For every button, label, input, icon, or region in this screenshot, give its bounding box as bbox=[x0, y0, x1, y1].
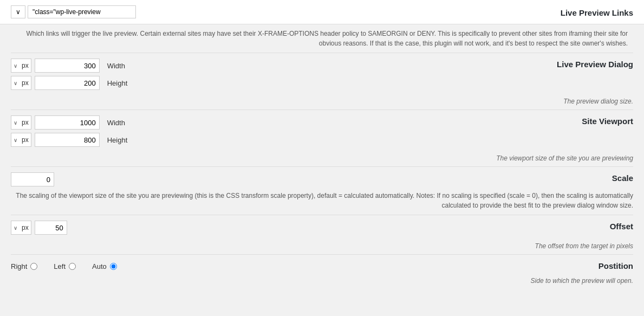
position-radio-area: Right Left Auto bbox=[11, 260, 117, 273]
offset-unit-label: px bbox=[19, 224, 31, 231]
dialog-height-row: ∨ px Height bbox=[11, 76, 127, 90]
code-dropdown-area: ∨ bbox=[11, 5, 136, 18]
position-auto-item: Auto bbox=[92, 262, 117, 270]
viewport-height-unit-label: px bbox=[19, 136, 31, 144]
offset-input-area: ∨ px bbox=[11, 221, 67, 238]
position-right-item: Right bbox=[11, 262, 37, 270]
position-auto-radio[interactable] bbox=[110, 263, 117, 270]
dialog-width-unit-dropdown[interactable]: ∨ px bbox=[11, 59, 31, 73]
site-viewport-title: Site Viewport bbox=[525, 115, 633, 126]
position-left-label: Left bbox=[54, 262, 66, 270]
position-radio-row: Right Left Auto bbox=[11, 260, 117, 273]
offset-unit-dropdown[interactable]: ∨ px bbox=[11, 221, 31, 235]
viewport-height-unit-dropdown[interactable]: ∨ px bbox=[11, 133, 31, 147]
viewport-width-arrow-icon: ∨ bbox=[11, 120, 19, 126]
viewport-height-input[interactable] bbox=[35, 133, 100, 147]
position-right-label: Right bbox=[11, 262, 27, 270]
offset-title: Offset bbox=[525, 221, 633, 231]
viewport-width-row: ∨ px Width bbox=[11, 115, 127, 130]
live-preview-dialog-section: ∨ px Width ∨ px Height Live Preview Dial… bbox=[0, 53, 644, 95]
position-section: Right Left Auto Postition bbox=[0, 255, 644, 275]
offset-description: The offset from the target in pixels bbox=[0, 240, 644, 254]
site-viewport-description: The viewport size of the site you are pr… bbox=[0, 152, 644, 166]
site-viewport-inputs: ∨ px Width ∨ px Height bbox=[11, 115, 127, 150]
live-preview-links-description: Which links will trigger the live previe… bbox=[11, 29, 633, 48]
dialog-width-label: Width bbox=[107, 62, 125, 70]
dialog-width-arrow-icon: ∨ bbox=[11, 63, 19, 69]
viewport-width-unit-dropdown[interactable]: ∨ px bbox=[11, 115, 31, 130]
position-auto-label: Auto bbox=[92, 262, 107, 270]
dialog-width-unit-label: px bbox=[19, 62, 31, 69]
offset-input[interactable] bbox=[35, 221, 67, 235]
live-preview-links-title: Live Preview Links bbox=[525, 7, 633, 17]
viewport-height-row: ∨ px Height bbox=[11, 133, 127, 147]
viewport-width-unit-label: px bbox=[19, 119, 31, 126]
offset-input-row: ∨ px bbox=[11, 221, 67, 235]
viewport-height-label: Height bbox=[107, 136, 128, 144]
position-left-item: Left bbox=[54, 262, 76, 270]
live-preview-dialog-description: The preview dialog size. bbox=[0, 95, 644, 109]
offset-section: ∨ px Offset bbox=[0, 215, 644, 240]
live-preview-dialog-title: Live Preview Dialog bbox=[525, 59, 633, 69]
dialog-width-input[interactable] bbox=[35, 59, 100, 73]
position-left-radio[interactable] bbox=[69, 263, 76, 270]
page-wrapper: ∨ Live Preview Links Which links will tr… bbox=[0, 0, 644, 316]
viewport-height-arrow-icon: ∨ bbox=[11, 137, 19, 143]
live-preview-dialog-inputs: ∨ px Width ∨ px Height bbox=[11, 59, 127, 93]
live-preview-links-info: Which links will trigger the live previe… bbox=[0, 24, 644, 53]
scale-input-area bbox=[11, 172, 54, 186]
viewport-width-label: Width bbox=[107, 119, 125, 127]
dialog-width-row: ∨ px Width bbox=[11, 59, 127, 73]
position-right-radio[interactable] bbox=[30, 263, 37, 270]
top-section: ∨ Live Preview Links bbox=[0, 0, 644, 24]
dialog-height-unit-label: px bbox=[19, 79, 31, 87]
dialog-height-input[interactable] bbox=[35, 76, 100, 90]
offset-arrow-icon: ∨ bbox=[11, 225, 19, 231]
scale-input[interactable] bbox=[11, 172, 54, 186]
scale-title: Scale bbox=[525, 172, 633, 183]
viewport-width-input[interactable] bbox=[35, 115, 100, 130]
dialog-height-label: Height bbox=[107, 79, 128, 87]
site-viewport-section: ∨ px Width ∨ px Height Site Viewport bbox=[0, 110, 644, 152]
scale-section: Scale bbox=[0, 167, 644, 189]
unit-dropdown-button[interactable]: ∨ bbox=[11, 5, 25, 18]
code-input-field[interactable] bbox=[28, 5, 136, 18]
position-description: Side to which the preview will open. bbox=[0, 275, 644, 289]
scale-description: The scaling of the viewport size of the … bbox=[0, 189, 644, 215]
position-title: Postition bbox=[525, 260, 633, 270]
dialog-height-unit-dropdown[interactable]: ∨ px bbox=[11, 76, 31, 90]
dialog-height-arrow-icon: ∨ bbox=[11, 80, 19, 86]
dropdown-arrow-icon: ∨ bbox=[16, 8, 21, 16]
